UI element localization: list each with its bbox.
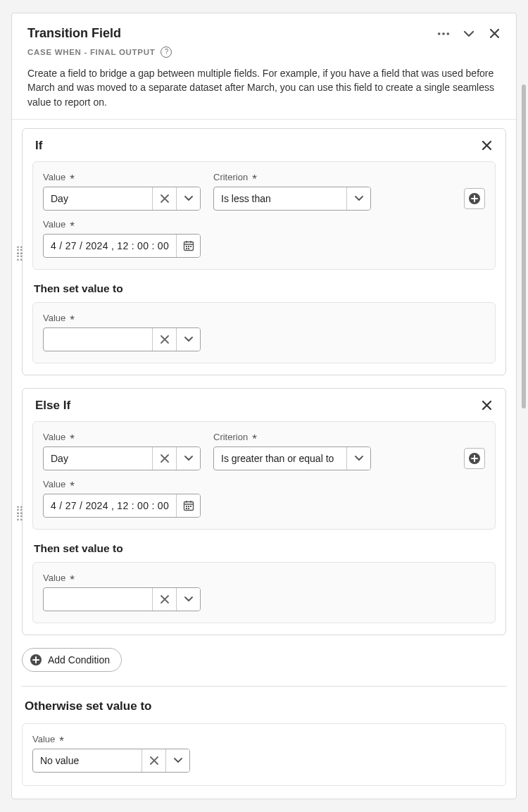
chevron-down-icon[interactable] xyxy=(463,27,475,40)
criterion-field-col: Criterion* Is less than xyxy=(213,172,371,211)
criterion-combo-text: Is less than xyxy=(214,187,346,210)
then-value-text xyxy=(44,328,152,351)
add-condition-label: Add Condition xyxy=(48,654,110,666)
svg-point-2 xyxy=(447,32,450,35)
then-box: Value* xyxy=(32,562,496,623)
value-combo[interactable]: Day xyxy=(43,446,201,470)
criterion-field-col: Criterion* Is greater than or equal to xyxy=(213,432,371,470)
chevron-down-icon[interactable] xyxy=(176,187,200,210)
clear-icon[interactable] xyxy=(152,328,176,351)
criterion-label: Criterion* xyxy=(213,432,371,442)
clear-icon[interactable] xyxy=(152,588,176,611)
criterion-combo[interactable]: Is greater than or equal to xyxy=(213,446,371,470)
add-rule-col xyxy=(464,188,485,211)
panel-title: Transition Field xyxy=(27,26,121,41)
drag-handle-icon[interactable]: ⠿⠿ xyxy=(15,508,25,521)
svg-rect-10 xyxy=(190,246,191,247)
help-icon[interactable]: ? xyxy=(161,46,172,58)
svg-rect-20 xyxy=(190,506,191,507)
otherwise-box: Value* No value xyxy=(22,723,506,786)
drag-handle-icon[interactable]: ⠿⠿ xyxy=(15,249,25,261)
criterion-label: Criterion* xyxy=(213,172,371,182)
date-input-text: 4 / 27 / 2024 , 12 : 00 : 00 xyxy=(44,235,176,257)
svg-rect-22 xyxy=(188,508,189,509)
value-combo-text: Day xyxy=(44,447,152,470)
calendar-icon[interactable] xyxy=(176,235,200,257)
svg-point-0 xyxy=(438,32,441,35)
calendar-icon[interactable] xyxy=(176,494,200,517)
chevron-down-icon[interactable] xyxy=(176,447,200,470)
panel-subtitle: CASE WHEN - FINAL OUTPUT xyxy=(27,48,155,56)
clear-icon[interactable] xyxy=(142,749,165,772)
date-input[interactable]: 4 / 27 / 2024 , 12 : 00 : 00 xyxy=(43,234,201,258)
value-label: Value* xyxy=(43,432,201,442)
value-field-col: Value* Day xyxy=(43,432,201,470)
remove-condition-icon[interactable] xyxy=(480,399,493,412)
criterion-combo[interactable]: Is less than xyxy=(213,187,371,211)
value-combo-text: Day xyxy=(44,187,152,210)
value-label: Value* xyxy=(43,573,485,583)
scrollbar-thumb[interactable] xyxy=(522,85,526,408)
condition-title-row: If xyxy=(32,139,496,153)
rule-row-1: Value* Day Criterion* xyxy=(43,172,485,211)
svg-rect-9 xyxy=(188,246,189,247)
rule-box: Value* Day Criterion* xyxy=(32,421,496,530)
date-value-col: Value* 4 / 27 / 2024 , 12 : 00 : 00 xyxy=(43,479,201,518)
condition-card-else-if: ⠿⠿ Else If Value* Day xyxy=(22,388,506,635)
value-label: Value* xyxy=(43,479,201,489)
chevron-down-icon[interactable] xyxy=(165,749,189,772)
date-value-col: Value* 4 / 27 / 2024 , 12 : 00 : 00 xyxy=(43,219,201,258)
condition-card-if: ⠿⠿ If Value* Day xyxy=(22,128,506,375)
chevron-down-icon[interactable] xyxy=(176,328,200,351)
chevron-down-icon[interactable] xyxy=(176,588,200,611)
subtitle-row: CASE WHEN - FINAL OUTPUT ? xyxy=(27,46,501,58)
panel-description: Create a field to bridge a gap between m… xyxy=(27,66,501,109)
then-label: Then set value to xyxy=(34,542,496,555)
otherwise-value-text: No value xyxy=(33,749,142,772)
remove-condition-icon[interactable] xyxy=(480,139,493,152)
date-input[interactable]: 4 / 27 / 2024 , 12 : 00 : 00 xyxy=(43,494,201,518)
rule-row-1: Value* Day Criterion* xyxy=(43,432,485,470)
scrollbar[interactable] xyxy=(520,0,526,812)
svg-rect-11 xyxy=(186,248,187,249)
chevron-down-icon[interactable] xyxy=(346,447,370,470)
condition-title: If xyxy=(35,139,42,153)
chevron-down-icon[interactable] xyxy=(346,187,370,210)
then-value-combo[interactable] xyxy=(43,327,201,351)
value-combo[interactable]: Day xyxy=(43,187,201,211)
value-label: Value* xyxy=(43,313,485,323)
svg-rect-18 xyxy=(186,506,187,507)
criterion-combo-text: Is greater than or equal to xyxy=(214,447,346,470)
clear-icon[interactable] xyxy=(152,187,176,210)
add-rule-col xyxy=(464,448,485,470)
svg-point-1 xyxy=(442,32,445,35)
header-icons xyxy=(437,27,501,40)
value-label: Value* xyxy=(43,172,201,182)
otherwise-title: Otherwise set value to xyxy=(25,699,506,713)
then-value-text xyxy=(44,588,152,611)
then-box: Value* xyxy=(32,302,496,363)
then-value-combo[interactable] xyxy=(43,587,201,611)
svg-rect-8 xyxy=(186,246,187,247)
then-value-col: Value* xyxy=(43,573,485,611)
rule-box: Value* Day Criterion* xyxy=(32,161,496,270)
add-condition-button[interactable]: Add Condition xyxy=(22,648,122,672)
rule-row-2: Value* 4 / 27 / 2024 , 12 : 00 : 00 xyxy=(43,479,485,518)
svg-rect-19 xyxy=(188,506,189,507)
condition-title: Else If xyxy=(35,399,70,413)
value-label: Value* xyxy=(32,734,496,744)
add-rule-button[interactable] xyxy=(464,188,485,209)
add-rule-button[interactable] xyxy=(464,448,485,469)
close-icon[interactable] xyxy=(488,27,501,40)
more-icon[interactable] xyxy=(437,27,450,40)
svg-rect-21 xyxy=(186,508,187,509)
clear-icon[interactable] xyxy=(152,447,176,470)
otherwise-value-combo[interactable]: No value xyxy=(32,749,190,773)
date-input-text: 4 / 27 / 2024 , 12 : 00 : 00 xyxy=(44,494,176,517)
then-value-col: Value* xyxy=(43,313,485,351)
then-label: Then set value to xyxy=(34,282,496,295)
rule-row-2: Value* 4 / 27 / 2024 , 12 : 00 : 00 xyxy=(43,219,485,258)
panel-body: ⠿⠿ If Value* Day xyxy=(12,120,516,799)
transition-field-panel: Transition Field CASE WHEN - FINAL OUTPU… xyxy=(11,13,517,799)
condition-title-row: Else If xyxy=(32,399,496,413)
